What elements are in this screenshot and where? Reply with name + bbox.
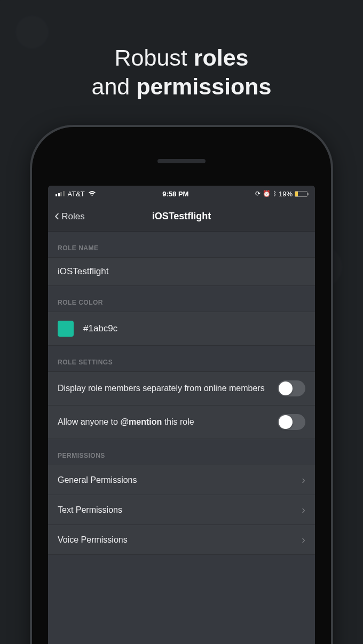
headline-text-2: and [91, 74, 136, 99]
chevron-right-icon: › [302, 474, 305, 486]
marketing-headline: Robust roles and permissions [0, 0, 363, 101]
battery-percent: 19% [279, 190, 293, 198]
permission-label: General Permissions [58, 474, 294, 486]
chevron-right-icon: › [302, 504, 305, 516]
toggle-label: Display role members separately from onl… [58, 383, 270, 394]
settings-content[interactable]: ROLE NAME iOSTestflight ROLE COLOR #1abc… [48, 232, 315, 644]
section-header-role-name: ROLE NAME [48, 232, 315, 257]
section-header-permissions: PERMISSIONS [48, 439, 315, 465]
orientation-lock-icon: ⟳ [255, 190, 261, 197]
back-button[interactable]: ‹ Roles [54, 210, 85, 223]
chevron-left-icon: ‹ [54, 208, 59, 223]
color-swatch [58, 321, 74, 337]
chevron-right-icon: › [302, 534, 305, 546]
toggle-switch[interactable] [278, 414, 305, 430]
battery-icon [295, 191, 307, 197]
phone-screen: AT&T 9:58 PM ⟳ ⏰ ᛒ 19% ‹ Roles iOSTestfl… [48, 186, 315, 644]
permission-row-general[interactable]: General Permissions › [48, 465, 315, 495]
permission-row-voice[interactable]: Voice Permissions › [48, 525, 315, 555]
permission-row-text[interactable]: Text Permissions › [48, 495, 315, 525]
headline-bold-roles: roles [194, 45, 249, 70]
alarm-icon: ⏰ [263, 190, 271, 197]
toggle-switch[interactable] [278, 380, 305, 396]
role-color-hex: #1abc9c [83, 323, 117, 334]
back-label: Roles [61, 211, 84, 222]
signal-bars-icon [56, 191, 65, 196]
section-header-role-settings: ROLE SETTINGS [48, 346, 315, 371]
toggle-label: Allow anyone to @mention this role [58, 416, 270, 428]
role-color-field[interactable]: #1abc9c [48, 312, 315, 346]
headline-text: Robust [115, 45, 194, 70]
carrier-label: AT&T [68, 190, 85, 198]
role-name-value: iOSTestflight [58, 266, 108, 277]
nav-title: iOSTestflight [48, 211, 315, 222]
headline-bold-permissions: permissions [136, 74, 271, 99]
nav-header: ‹ Roles iOSTestflight [48, 202, 315, 232]
ios-status-bar: AT&T 9:58 PM ⟳ ⏰ ᛒ 19% [48, 186, 315, 202]
wifi-icon [88, 190, 96, 198]
bluetooth-icon: ᛒ [273, 190, 277, 197]
permission-label: Text Permissions [58, 504, 294, 516]
clock: 9:58 PM [162, 190, 188, 198]
role-name-field[interactable]: iOSTestflight [48, 257, 315, 286]
section-header-role-color: ROLE COLOR [48, 286, 315, 312]
toggle-allow-mention[interactable]: Allow anyone to @mention this role [48, 406, 315, 439]
phone-frame: AT&T 9:58 PM ⟳ ⏰ ᛒ 19% ‹ Roles iOSTestfl… [32, 127, 331, 644]
permission-label: Voice Permissions [58, 534, 294, 546]
toggle-display-separately[interactable]: Display role members separately from onl… [48, 371, 315, 406]
